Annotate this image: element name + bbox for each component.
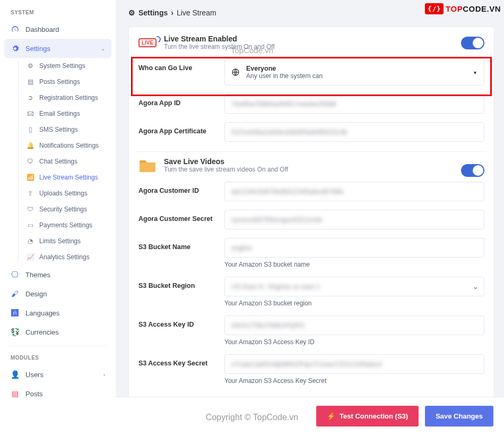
analytics-icon: 📈 [27,253,34,261]
sub-registration-settings[interactable]: ➲Registration Settings [27,90,116,106]
sidebar-item-dashboard[interactable]: Dashboard [0,20,116,39]
section-title: Live Stream Enabled [164,35,275,43]
bolt-icon: ⚡ [327,412,335,420]
live-icon: LIVE [138,35,157,50]
breadcrumb-leaf: Live Stream [177,8,216,17]
section-header: LIVE Live Stream Enabled Turn the live s… [138,35,484,50]
field-label: Agora App Certificate [138,122,218,135]
language-icon: 🅰 [11,309,19,317]
field-label: Who can Go Live [138,59,218,72]
s3-bucket-name-row: S3 Bucket Name sngine Your Amazon S3 buc… [138,238,484,268]
sub-sms-settings[interactable]: ▯SMS Settings [27,122,116,138]
helper-text: Your Amazon S3 bucket region [224,300,484,307]
s3-access-key-id-input[interactable]: AKIA1T56J7M8OPQRS [224,315,484,335]
monitor-icon: 🖵 [11,270,19,279]
section-subtitle: Turn the live stream system On and Off [164,43,275,50]
upload-icon: ⇪ [27,190,34,197]
field-label: S3 Bucket Name [138,238,218,251]
gear-icon: ⚙ [128,8,135,17]
bell-icon: 🔔 [27,142,34,149]
agora-app-id-input[interactable]: 7be95a708b0a4b9f17cee4e250b6 [224,94,484,114]
sub-notifications-settings[interactable]: 🔔Notifications Settings [27,138,116,153]
sidebar-item-users[interactable]: 👤 Users › [0,365,116,384]
agora-customer-id-input[interactable]: ab1234c5d678ef9012345abcd6789e [224,182,484,201]
sidebar-item-posts[interactable]: ▤ Posts [0,384,116,403]
sidebar-section-modules: MODULES [0,351,116,365]
field-label: S3 Access Key Secret [138,354,218,367]
breadcrumb-root: Settings [138,8,168,17]
sub-posts-settings[interactable]: ▤Posts Settings [27,74,116,90]
breadcrumb-sep: › [171,8,173,17]
watermark-logo: {/} TOP CODE.VN [425,3,501,14]
select-title: Everyone [246,65,323,72]
sub-security-settings[interactable]: 🛡Security Settings [27,201,116,217]
s3-access-key-secret-row: S3 Access Key Secret xYzabCdefGHijklMNOP… [138,354,484,385]
s3-bucket-region-select[interactable]: US East N. Virginia us east 1⌄ [224,277,484,296]
divider [8,346,107,346]
dashboard-icon [11,25,19,33]
s3-access-key-id-row: S3 Access Key ID AKIA1T56J7M8OPQRS Your … [138,315,484,346]
card-icon: ▭ [27,221,34,229]
gear-icon [11,44,19,53]
posts-icon: ▤ [27,78,34,86]
helper-text: Your Amazon S3 bucket name [224,261,484,268]
field-label: Agora App ID [138,94,218,107]
chevron-right-icon: › [103,372,105,378]
s3-bucket-region-row: S3 Bucket Region US East N. Virginia us … [138,277,484,307]
main-content: ⚙ Settings › Live Stream LIVE Live Strea… [116,0,504,435]
who-can-go-live-select[interactable]: Everyone Any user in the system can ▾ [224,59,484,86]
caret-down-icon: ▾ [474,70,476,75]
sidebar-item-languages[interactable]: 🅰 Languages [0,303,116,322]
user-icon: 👤 [11,370,19,379]
section-header: Save Live Videos Turn the save live stre… [138,157,484,173]
gear-icon: ⚙ [27,62,34,70]
sidebar: SYSTEM Dashboard Settings ⌄ ⚙System Sett… [0,0,116,435]
sidebar-item-design[interactable]: 🖌 Design [0,284,116,303]
helper-text: Your Amazon S3 Access Key Secret [224,377,484,385]
who-can-go-live-row: Who can Go Live Everyone Any user in the… [138,59,484,86]
chat-icon: 🗨 [27,158,34,165]
save-changes-button[interactable]: Save Changes [425,406,493,427]
helper-text: Your Amazon S3 Access Key ID [224,338,484,346]
folder-icon [138,158,157,173]
globe-icon [231,68,240,76]
agora-app-cert-row: Agora App Certificate 51f1ee06a2d44ecb8b… [138,122,484,142]
section-title: Save Live Videos [164,157,288,166]
save-videos-toggle[interactable] [461,164,484,177]
sms-icon: ▯ [27,126,34,133]
currency-icon: 💱 [11,328,19,336]
shield-icon: 🛡 [27,206,34,213]
sidebar-section-system: SYSTEM [0,5,116,20]
sub-limits-settings[interactable]: ◔Limits Settings [27,233,116,249]
sidebar-item-themes[interactable]: 🖵 Themes [0,265,116,284]
agora-app-cert-input[interactable]: 51f1ee06a2d44ecb8b6f4a84f8422c4b [224,122,484,142]
sub-system-settings[interactable]: ⚙System Settings [27,58,116,74]
sub-chat-settings[interactable]: 🗨Chat Settings [27,153,116,169]
agora-customer-id-row: Agora Customer ID ab1234c5d678ef9012345a… [138,182,484,201]
s3-access-key-secret-input[interactable]: xYzabCdefGHijklMNOPqrsTUvwxYZ012345abcd [224,354,484,374]
login-icon: ➲ [27,94,34,101]
sub-uploads-settings[interactable]: ⇪Uploads Settings [27,185,116,201]
limits-icon: ◔ [27,237,34,245]
agora-customer-secret-row: Agora Customer Secret zyxwvu98765tsrqpo4… [138,210,484,229]
agora-customer-secret-input[interactable]: zyxwvu98765tsrqpo4321nmlk [224,210,484,229]
sidebar-label: Settings [25,45,50,53]
sidebar-item-currencies[interactable]: 💱 Currencies [0,322,116,342]
live-stream-card: LIVE Live Stream Enabled Turn the live s… [128,27,494,406]
field-label: S3 Access Key ID [138,315,218,328]
field-label: S3 Bucket Region [138,277,218,289]
mail-icon: 🖂 [27,110,34,117]
sub-live-stream-settings[interactable]: 📶Live Stream Settings [27,169,116,185]
sub-email-settings[interactable]: 🖂Email Settings [27,106,116,122]
live-stream-toggle[interactable] [461,37,484,49]
agora-app-id-row: Agora App ID 7be95a708b0a4b9f17cee4e250b… [138,94,484,114]
test-connection-button[interactable]: ⚡ Test Connection (S3) [316,406,419,427]
sub-analytics-settings[interactable]: 📈Analytics Settings [27,249,116,265]
sidebar-item-settings[interactable]: Settings ⌄ [4,39,111,58]
s3-bucket-name-input[interactable]: sngine [224,238,484,258]
posts-icon: ▤ [11,389,19,398]
sub-payments-settings[interactable]: ▭Payments Settings [27,217,116,233]
sidebar-label: Dashboard [25,25,59,33]
settings-submenu: ⚙System Settings ▤Posts Settings ➲Regist… [18,58,116,265]
select-subtitle: Any user in the system can [246,72,323,80]
